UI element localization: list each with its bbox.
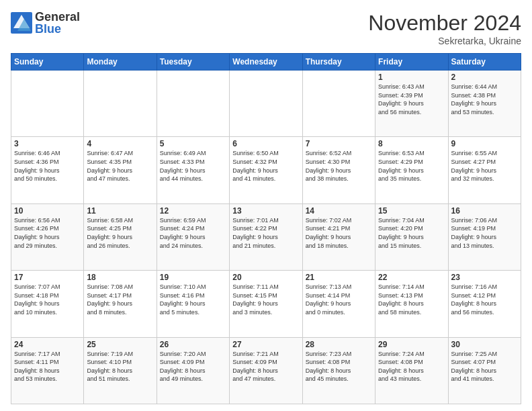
day-number: 16 xyxy=(451,206,518,216)
day-info: Sunrise: 6:58 AM Sunset: 4:25 PM Dayligh… xyxy=(87,216,153,250)
page: General Blue November 2024 Sekretarka, U… xyxy=(0,0,532,411)
day-number: 26 xyxy=(160,340,226,349)
day-number: 21 xyxy=(306,273,372,282)
day-number: 1 xyxy=(378,73,445,82)
header-wednesday: Wednesday xyxy=(230,54,302,71)
logo-general: General xyxy=(35,11,80,23)
day-number: 11 xyxy=(87,206,153,216)
calendar: Sunday Monday Tuesday Wednesday Thursday… xyxy=(11,53,521,404)
calendar-cell: 22Sunrise: 7:14 AM Sunset: 4:13 PM Dayli… xyxy=(375,271,448,337)
day-number: 3 xyxy=(14,139,81,148)
day-number: 18 xyxy=(87,273,153,282)
day-info: Sunrise: 7:17 AM Sunset: 4:11 PM Dayligh… xyxy=(14,350,81,383)
day-info: Sunrise: 6:49 AM Sunset: 4:33 PM Dayligh… xyxy=(160,149,226,183)
day-number: 29 xyxy=(378,340,445,349)
day-number: 10 xyxy=(14,206,81,216)
calendar-cell: 20Sunrise: 7:11 AM Sunset: 4:15 PM Dayli… xyxy=(230,271,302,337)
calendar-cell: 11Sunrise: 6:58 AM Sunset: 4:25 PM Dayli… xyxy=(84,203,157,270)
header-sunday: Sunday xyxy=(11,54,84,71)
day-info: Sunrise: 6:56 AM Sunset: 4:26 PM Dayligh… xyxy=(14,216,81,250)
logo-text: General Blue xyxy=(35,11,80,35)
month-title: November 2024 xyxy=(368,11,521,36)
calendar-cell xyxy=(11,71,84,137)
calendar-week-4: 17Sunrise: 7:07 AM Sunset: 4:18 PM Dayli… xyxy=(11,271,521,337)
day-info: Sunrise: 7:11 AM Sunset: 4:15 PM Dayligh… xyxy=(232,283,299,316)
day-info: Sunrise: 6:53 AM Sunset: 4:29 PM Dayligh… xyxy=(378,149,445,183)
day-info: Sunrise: 7:10 AM Sunset: 4:16 PM Dayligh… xyxy=(160,283,226,316)
day-info: Sunrise: 6:52 AM Sunset: 4:30 PM Dayligh… xyxy=(306,149,372,183)
logo-icon xyxy=(11,12,32,34)
title-block: November 2024 Sekretarka, Ukraine xyxy=(368,11,521,46)
day-info: Sunrise: 6:55 AM Sunset: 4:27 PM Dayligh… xyxy=(451,149,518,183)
day-number: 13 xyxy=(232,206,299,216)
logo-blue-text: Blue xyxy=(35,23,80,35)
location: Sekretarka, Ukraine xyxy=(368,36,521,46)
day-number: 23 xyxy=(451,273,518,282)
day-info: Sunrise: 7:23 AM Sunset: 4:08 PM Dayligh… xyxy=(306,350,372,383)
calendar-body: 1Sunrise: 6:43 AM Sunset: 4:39 PM Daylig… xyxy=(11,71,521,404)
day-info: Sunrise: 6:47 AM Sunset: 4:35 PM Dayligh… xyxy=(87,149,153,183)
calendar-cell: 4Sunrise: 6:47 AM Sunset: 4:35 PM Daylig… xyxy=(84,137,157,203)
calendar-week-1: 1Sunrise: 6:43 AM Sunset: 4:39 PM Daylig… xyxy=(11,71,521,137)
calendar-cell: 21Sunrise: 7:13 AM Sunset: 4:14 PM Dayli… xyxy=(302,271,375,337)
day-number: 17 xyxy=(14,273,81,282)
calendar-week-2: 3Sunrise: 6:46 AM Sunset: 4:36 PM Daylig… xyxy=(11,137,521,203)
day-number: 15 xyxy=(378,206,445,216)
day-info: Sunrise: 7:19 AM Sunset: 4:10 PM Dayligh… xyxy=(87,350,153,383)
calendar-cell: 19Sunrise: 7:10 AM Sunset: 4:16 PM Dayli… xyxy=(157,271,229,337)
calendar-cell: 12Sunrise: 6:59 AM Sunset: 4:24 PM Dayli… xyxy=(157,203,229,270)
day-number: 20 xyxy=(232,273,299,282)
header-monday: Monday xyxy=(84,54,157,71)
calendar-cell: 26Sunrise: 7:20 AM Sunset: 4:09 PM Dayli… xyxy=(157,337,229,404)
calendar-cell: 23Sunrise: 7:16 AM Sunset: 4:12 PM Dayli… xyxy=(448,271,521,337)
calendar-cell: 29Sunrise: 7:24 AM Sunset: 4:08 PM Dayli… xyxy=(375,337,448,404)
calendar-cell: 2Sunrise: 6:44 AM Sunset: 4:38 PM Daylig… xyxy=(448,71,521,137)
header-tuesday: Tuesday xyxy=(157,54,229,71)
day-number: 28 xyxy=(306,340,372,349)
day-info: Sunrise: 6:59 AM Sunset: 4:24 PM Dayligh… xyxy=(160,216,226,250)
calendar-cell: 14Sunrise: 7:02 AM Sunset: 4:21 PM Dayli… xyxy=(302,203,375,270)
calendar-cell: 30Sunrise: 7:25 AM Sunset: 4:07 PM Dayli… xyxy=(448,337,521,404)
day-number: 9 xyxy=(451,139,518,148)
day-number: 27 xyxy=(232,340,299,349)
calendar-table: Sunday Monday Tuesday Wednesday Thursday… xyxy=(11,53,521,404)
day-number: 5 xyxy=(160,139,226,148)
weekday-header-row: Sunday Monday Tuesday Wednesday Thursday… xyxy=(11,54,521,71)
day-number: 8 xyxy=(378,139,445,148)
day-info: Sunrise: 7:04 AM Sunset: 4:20 PM Dayligh… xyxy=(378,216,445,250)
day-info: Sunrise: 7:01 AM Sunset: 4:22 PM Dayligh… xyxy=(232,216,299,250)
header-friday: Friday xyxy=(375,54,448,71)
calendar-cell xyxy=(157,71,229,137)
calendar-cell: 15Sunrise: 7:04 AM Sunset: 4:20 PM Dayli… xyxy=(375,203,448,270)
day-info: Sunrise: 7:13 AM Sunset: 4:14 PM Dayligh… xyxy=(306,283,372,316)
calendar-cell: 18Sunrise: 7:08 AM Sunset: 4:17 PM Dayli… xyxy=(84,271,157,337)
day-info: Sunrise: 7:24 AM Sunset: 4:08 PM Dayligh… xyxy=(378,350,445,383)
day-number: 6 xyxy=(232,139,299,148)
day-number: 2 xyxy=(451,73,518,82)
calendar-cell xyxy=(302,71,375,137)
day-number: 12 xyxy=(160,206,226,216)
day-number: 25 xyxy=(87,340,153,349)
calendar-cell: 6Sunrise: 6:50 AM Sunset: 4:32 PM Daylig… xyxy=(230,137,302,203)
day-number: 14 xyxy=(306,206,372,216)
day-info: Sunrise: 7:25 AM Sunset: 4:07 PM Dayligh… xyxy=(451,350,518,383)
day-number: 19 xyxy=(160,273,226,282)
day-info: Sunrise: 7:07 AM Sunset: 4:18 PM Dayligh… xyxy=(14,283,81,316)
calendar-cell: 3Sunrise: 6:46 AM Sunset: 4:36 PM Daylig… xyxy=(11,137,84,203)
day-info: Sunrise: 7:20 AM Sunset: 4:09 PM Dayligh… xyxy=(160,350,226,383)
calendar-cell: 5Sunrise: 6:49 AM Sunset: 4:33 PM Daylig… xyxy=(157,137,229,203)
day-info: Sunrise: 7:02 AM Sunset: 4:21 PM Dayligh… xyxy=(306,216,372,250)
day-info: Sunrise: 7:06 AM Sunset: 4:19 PM Dayligh… xyxy=(451,216,518,250)
day-number: 4 xyxy=(87,139,153,148)
calendar-cell xyxy=(84,71,157,137)
day-number: 24 xyxy=(14,340,81,349)
day-info: Sunrise: 7:16 AM Sunset: 4:12 PM Dayligh… xyxy=(451,283,518,316)
day-info: Sunrise: 7:08 AM Sunset: 4:17 PM Dayligh… xyxy=(87,283,153,316)
calendar-cell: 10Sunrise: 6:56 AM Sunset: 4:26 PM Dayli… xyxy=(11,203,84,270)
calendar-cell: 9Sunrise: 6:55 AM Sunset: 4:27 PM Daylig… xyxy=(448,137,521,203)
calendar-week-5: 24Sunrise: 7:17 AM Sunset: 4:11 PM Dayli… xyxy=(11,337,521,404)
day-info: Sunrise: 6:43 AM Sunset: 4:39 PM Dayligh… xyxy=(378,83,445,116)
day-info: Sunrise: 7:21 AM Sunset: 4:09 PM Dayligh… xyxy=(232,350,299,383)
day-number: 22 xyxy=(378,273,445,282)
calendar-cell: 27Sunrise: 7:21 AM Sunset: 4:09 PM Dayli… xyxy=(230,337,302,404)
